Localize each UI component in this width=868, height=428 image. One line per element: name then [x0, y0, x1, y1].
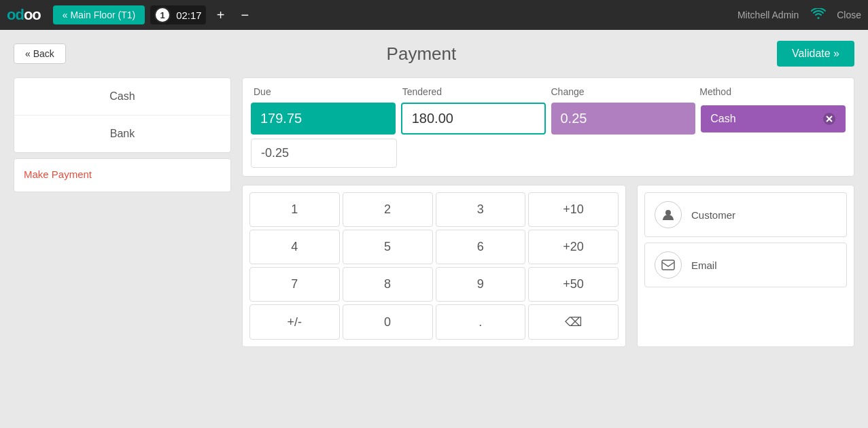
- email-button[interactable]: Email: [644, 243, 847, 287]
- numpad-7[interactable]: 7: [249, 267, 340, 302]
- numpad: 1 2 3 +10 4 5 6 +20 7 8 9 +50 +/- 0 . ⌫: [242, 185, 626, 347]
- col-change: Change: [551, 86, 695, 97]
- numpad-2[interactable]: 2: [343, 192, 433, 227]
- numpad-plusminus[interactable]: +/-: [249, 304, 340, 340]
- close-button[interactable]: Close: [837, 10, 861, 20]
- numpad-dot[interactable]: .: [436, 304, 526, 340]
- user-name: Mitchell Admin: [737, 10, 799, 20]
- due-amount: 179.75: [251, 103, 396, 135]
- numpad-9[interactable]: 9: [436, 267, 526, 302]
- payment-table: Due Tendered Change Method 179.75 180.00…: [242, 77, 854, 177]
- odoo-logo: odoo: [7, 6, 41, 24]
- payment-methods-list: Cash Bank: [14, 77, 231, 153]
- payment-method-bank[interactable]: Bank: [14, 115, 230, 152]
- remove-method-button[interactable]: [822, 112, 836, 126]
- wifi-icon: [811, 8, 826, 22]
- email-icon: [655, 251, 682, 279]
- numpad-0[interactable]: 0: [343, 304, 433, 340]
- customer-button[interactable]: Customer: [644, 192, 847, 237]
- numpad-8[interactable]: 8: [343, 267, 433, 302]
- change-amount: 0.25: [551, 103, 696, 135]
- action-panel: Customer Email: [637, 185, 854, 347]
- svg-point-3: [665, 210, 671, 215]
- timer-display: 02:17: [176, 10, 202, 21]
- page-title: Payment: [387, 43, 457, 65]
- minus-button[interactable]: −: [235, 5, 254, 26]
- main-floor-button[interactable]: « Main Floor (T1): [53, 5, 145, 24]
- order-badge: 1: [154, 7, 171, 23]
- validate-button[interactable]: Validate »: [777, 41, 854, 67]
- payment-method-cash[interactable]: Cash: [14, 78, 230, 115]
- svg-rect-4: [662, 260, 674, 270]
- make-payment-area[interactable]: Make Payment: [14, 158, 231, 192]
- method-cell: Cash: [701, 105, 846, 132]
- add-order-button[interactable]: +: [211, 5, 230, 26]
- numpad-5[interactable]: 5: [343, 230, 433, 264]
- col-tendered: Tendered: [402, 86, 546, 97]
- numpad-backspace[interactable]: ⌫: [528, 304, 619, 340]
- numpad-plus20[interactable]: +20: [528, 230, 619, 264]
- method-label: Cash: [710, 113, 735, 125]
- numpad-plus10[interactable]: +10: [528, 192, 619, 227]
- customer-icon: [655, 201, 682, 228]
- main-floor-label: « Main Floor (T1): [63, 10, 135, 20]
- back-button[interactable]: « Back: [14, 43, 66, 64]
- tendered-amount[interactable]: 180.00: [401, 103, 546, 135]
- numpad-3[interactable]: 3: [436, 192, 526, 227]
- customer-label: Customer: [691, 209, 735, 221]
- numpad-1[interactable]: 1: [249, 192, 340, 227]
- numpad-plus50[interactable]: +50: [528, 267, 619, 302]
- col-method: Method: [699, 86, 843, 97]
- numpad-6[interactable]: 6: [436, 230, 526, 264]
- make-payment-label[interactable]: Make Payment: [24, 168, 92, 180]
- col-due: Due: [254, 86, 397, 97]
- email-label: Email: [691, 260, 717, 271]
- remaining-amount: -0.25: [251, 139, 397, 168]
- numpad-4[interactable]: 4: [249, 230, 340, 264]
